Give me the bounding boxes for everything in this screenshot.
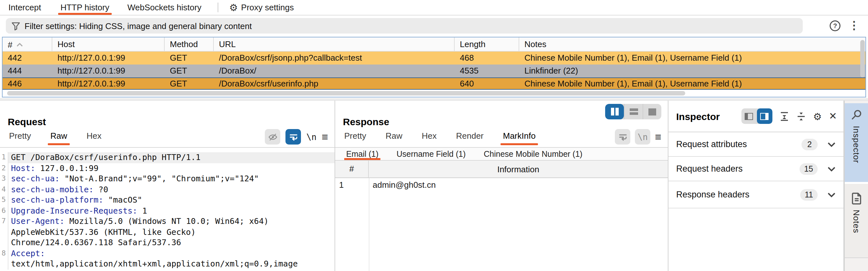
table-row[interactable]: 444 http://127.0.0.1:99 GET /DoraBox/ 45… (3, 65, 865, 77)
count-badge: 15 (800, 163, 817, 174)
word-wrap-icon (618, 132, 627, 142)
request-line: text/html,application/xhtml+xml,applicat… (0, 259, 335, 269)
response-tab-hex[interactable]: Hex (421, 131, 438, 145)
column-header-method[interactable]: Method (165, 37, 214, 52)
request-line: 6Upgrade-Insecure-Requests: 1 (0, 205, 335, 216)
section-request-headers[interactable]: Request headers 15 (669, 157, 843, 181)
word-wrap-toggle[interactable] (615, 129, 630, 144)
request-tab-pretty[interactable]: Pretty (8, 131, 32, 145)
layout-single-button[interactable] (643, 104, 661, 120)
tab-http-history[interactable]: HTTP history (57, 0, 113, 15)
subtab-username-field[interactable]: Username Field (1) (397, 148, 466, 160)
table-row-selected[interactable]: 446 http://127.0.0.1:99 GET /DoraBox/csr… (3, 77, 865, 90)
dock-right-button[interactable] (757, 108, 772, 124)
response-tab-render[interactable]: Render (455, 131, 485, 145)
layout-columns-button[interactable] (605, 104, 624, 120)
inspector-magnifier-icon (850, 109, 862, 121)
inspector-settings-icon[interactable]: ⚙ (813, 111, 822, 121)
request-line: 4sec-ch-ua-mobile: ?0 (0, 184, 335, 195)
help-icon[interactable]: ? (829, 20, 841, 34)
request-toolbar: \n ≡ (265, 129, 328, 144)
tab-proxy-settings[interactable]: ⚙ Proxy settings (226, 0, 297, 15)
request-tab-hex[interactable]: Hex (85, 131, 103, 145)
column-header-notes[interactable]: Notes (519, 37, 865, 52)
http-history-table: # Host Method URL Length Notes 442 http:… (2, 37, 866, 97)
table-row[interactable]: 442 http://127.0.0.1:99 GET /DoraBox/csr… (3, 52, 865, 65)
chevron-down-icon (827, 192, 836, 197)
column-header-url[interactable]: URL (214, 37, 455, 52)
response-tab-pretty[interactable]: Pretty (343, 131, 368, 145)
dock-left-icon (745, 112, 753, 120)
message-editor-area: Request Pretty Raw Hex \n ≡ 1GET /DoraBo… (0, 100, 868, 271)
burp-proxy-window: Intercept HTTP history WebSockets histor… (0, 0, 868, 271)
section-request-attributes[interactable]: Request attributes 2 (669, 132, 843, 157)
layout-rows-button[interactable] (624, 104, 643, 120)
tab-intercept[interactable]: Intercept (5, 0, 44, 15)
filter-settings-bar[interactable]: Filter settings: Hiding CSS, image and g… (6, 18, 803, 34)
markinfo-subtabs: Email (1) Username Field (1) Chinese Mob… (335, 147, 668, 161)
horizontal-scrollbar[interactable] (7, 91, 685, 96)
request-line: AppleWebKit/537.36 (KHTML, like Gecko) (0, 227, 335, 237)
section-response-headers[interactable]: Response headers 11 (669, 181, 843, 208)
request-menu-icon[interactable]: ≡ (321, 131, 328, 142)
proxy-tab-bar: Intercept HTTP history WebSockets histor… (0, 0, 868, 15)
show-newlines-toggle[interactable]: \n (635, 129, 650, 144)
chevron-down-icon (827, 166, 836, 171)
tab-websockets-history[interactable]: WebSockets history (124, 0, 205, 15)
request-line: 7User-Agent: Mozilla/5.0 (Windows NT 10.… (0, 216, 335, 227)
column-header-num[interactable]: # (3, 37, 52, 52)
hide-deleted-toggle[interactable] (265, 129, 281, 144)
kebab-menu-icon[interactable]: ⋮ (848, 18, 860, 34)
strip-tab-inspector[interactable]: Inspector (845, 103, 868, 182)
dock-right-icon (761, 112, 769, 120)
dock-left-button[interactable] (741, 108, 757, 124)
column-header-host[interactable]: Host (52, 37, 165, 52)
markinfo-table-header: # Information (335, 161, 668, 178)
subtab-email[interactable]: Email (1) (346, 148, 378, 160)
column-divider (369, 178, 369, 271)
collapse-all-icon[interactable] (796, 111, 806, 121)
markinfo-row[interactable]: 1 admin@gh0st.cn (335, 178, 668, 191)
markinfo-column-information: Information (369, 164, 668, 174)
svg-text:?: ? (833, 22, 837, 29)
response-panel: Response Pretty Raw Hex Render MarkInfo … (335, 101, 669, 271)
filter-settings-label: Filter settings: Hiding CSS, image and g… (25, 21, 252, 31)
markinfo-table: # Information 1 admin@gh0st.cn (335, 161, 668, 271)
response-tab-markinfo[interactable]: MarkInfo (502, 131, 537, 145)
rows-layout-icon (629, 108, 638, 115)
request-line: Chrome/124.0.6367.118 Safari/537.36 (0, 237, 335, 248)
response-title: Response (343, 116, 389, 127)
inspector-toolbar: ⚙ ✕ (741, 108, 837, 124)
request-line: 1GET /DoraBox/csrf/userinfo.php HTTP/1.1 (0, 152, 335, 163)
request-line: 2Host: 127.0.0.1:99 (0, 163, 335, 174)
side-tab-strip: Inspector Notes (844, 101, 868, 271)
request-tab-raw[interactable]: Raw (49, 131, 68, 145)
notes-document-icon (851, 192, 862, 205)
funnel-icon (11, 22, 20, 30)
vertical-scrollbar[interactable] (860, 40, 865, 77)
word-wrap-toggle[interactable] (286, 129, 301, 144)
inspector-close-icon[interactable]: ✕ (829, 110, 837, 122)
response-tab-raw[interactable]: Raw (384, 131, 404, 145)
request-tabs: Pretty Raw Hex (8, 131, 103, 145)
strip-tab-notes[interactable]: Notes (845, 182, 868, 258)
table-header-row: # Host Method URL Length Notes (3, 37, 865, 52)
chevron-down-icon (827, 142, 836, 147)
word-wrap-icon (289, 132, 299, 142)
inspector-header: Inspector ⚙ ✕ (669, 101, 843, 132)
column-header-length[interactable]: Length (455, 37, 519, 52)
response-tabs: Pretty Raw Hex Render MarkInfo (343, 131, 537, 145)
inspector-title: Inspector (676, 111, 720, 122)
request-panel: Request Pretty Raw Hex \n ≡ 1GET /DoraBo… (0, 101, 335, 271)
response-menu-icon[interactable]: ≡ (655, 131, 661, 142)
request-editor[interactable]: 1GET /DoraBox/csrf/userinfo.php HTTP/1.1… (0, 147, 335, 271)
expand-all-icon[interactable] (779, 111, 789, 121)
tab-separator (218, 3, 218, 12)
request-line: 3sec-ch-ua: "Not-A.Brand";v="99", "Chrom… (0, 174, 335, 184)
request-title: Request (8, 116, 46, 127)
show-newlines-toggle[interactable]: \n (306, 132, 316, 142)
request-line: 8Accept: (0, 248, 335, 259)
subtab-chinese-mobile-number[interactable]: Chinese Mobile Number (1) (484, 148, 583, 160)
request-line: 5sec-ch-ua-platform: "macOS" (0, 195, 335, 205)
response-toolbar: \n ≡ (615, 129, 661, 144)
